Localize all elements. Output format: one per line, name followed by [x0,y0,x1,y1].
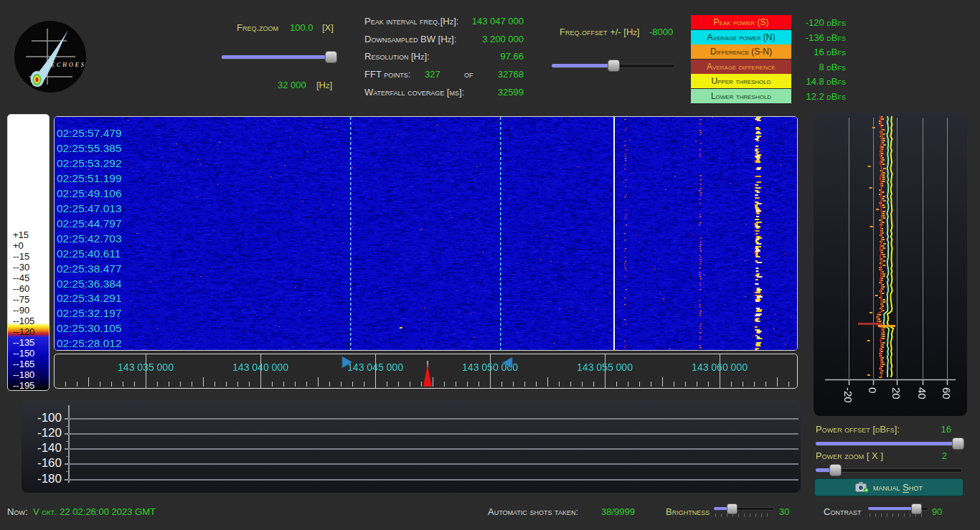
freq-tick-label: 143 055 000 [569,361,641,373]
legend-value-lower-threshold: 12.2 dBfs [796,91,846,102]
legend-button-difference-s-n[interactable]: Difference (S-N) [691,44,791,59]
power-zoom-slider-handle[interactable] [829,464,842,476]
scope-y-axis [68,405,70,483]
scope-tick [65,433,68,435]
contrast-label: Contrast [824,506,861,517]
legend-button-average-power-n[interactable]: Average power (N) [691,30,791,44]
waterfall-timestamp: 02:25:32.197 [57,308,122,319]
waterfall-panel: 02:25:57.47902:25:55.38502:25:53.29202:2… [54,116,798,351]
legend-value-upper-threshold: 14.8 dBfs [796,76,846,87]
waterfall-timestamp: 02:25:28.012 [57,338,122,349]
contrast-value: 90 [932,506,942,517]
spectrum-axis-label: 60 [941,387,953,399]
scope-minor-tick [66,456,68,457]
waterfall-timestamp: 02:25:55.385 [57,143,122,154]
freq-offset-label: Freq.offset +/- [Hz] [560,27,639,37]
power-offset-label: Power offset [dBfs]: [816,424,900,435]
legend-value-average-difference: 8 dBfs [796,62,846,72]
freq-zoom-slider[interactable] [222,51,338,62]
waterfall-timestamp: 02:25:38.477 [57,263,122,275]
stat-label: Downsampled BW [Hz]: [364,34,456,44]
interval-start-marker[interactable] [341,356,353,369]
scope-minor-tick [66,441,68,442]
db-colorbar: +15+0--15--30--45--60--75--90--105--120-… [7,114,50,391]
interval-end-marker[interactable] [501,357,513,369]
db-scale-label: --150 [13,349,34,358]
stat-label: Resolution [Hz]: [364,51,430,62]
spectrum-axis-label: 0 [867,387,879,393]
scope-axis-label: -160 [27,457,62,470]
stat-row-fft-points: FFT points:327of32768 [364,69,524,80]
scope-axis-label: -100 [27,412,62,425]
waterfall-timestamps: 02:25:57.47902:25:55.38502:25:53.29202:2… [55,117,198,350]
waterfall-timestamp: 02:25:57.479 [57,128,122,139]
echoes-app: ECHOES Freq.zoom 100.0 [X] 32 000 [Hz] P… [0,0,980,530]
freq-zoom-slider-handle[interactable] [325,51,337,63]
now-value: V окт. 22 02:26:00 2023 GMT [33,506,156,517]
scope-tick [65,418,68,420]
echoes-logo: ECHOES [14,19,86,94]
db-scale-label: +15 [13,230,29,240]
spectrum-axis-labels: -200204060 [814,113,967,416]
db-scale-label: --135 [13,338,34,347]
db-scale-label: --180 [13,370,34,379]
db-scale-label: --15 [13,252,29,261]
waterfall-timestamp: 02:25:40.611 [57,248,121,260]
waterfall-timestamp: 02:25:42.703 [57,233,122,245]
stats-panel: Peak interval freq.[Hz]:143 047 000Downs… [364,15,524,103]
brightness-slider[interactable] [714,503,774,513]
scope-gridline [68,463,798,465]
power-offset-slider-handle[interactable] [952,437,964,450]
scope-gridline [68,448,798,450]
contrast-slider-handle[interactable] [911,503,922,514]
legend-value-average-power-n: -136 dBfs [796,32,846,43]
scope-gridline [68,433,798,435]
legend-button-lower-threshold[interactable]: Lower threshold [691,89,791,103]
stat-label: FFT points: [364,69,410,80]
waterfall-timestamp: 02:25:30.105 [57,323,122,334]
scope-panel: -100-120-140-160-180 [22,400,801,493]
manual-shot-button[interactable]: manual Shot [814,478,963,496]
brightness-value: 30 [779,506,789,517]
waterfall-timestamp: 02:25:47.013 [57,203,122,214]
brightness-slider-handle[interactable] [727,503,738,514]
db-scale-label: --195 [13,381,34,390]
freq-zoom-value: 100.0 [290,22,314,33]
db-scale-label: --30 [13,262,29,272]
camera-icon [855,482,869,493]
stat-value-total: 32768 [498,69,524,80]
stat-row-waterfall-coverage-ms: Waterfall coverage [ms]:32599 [364,87,524,98]
waterfall-timestamp: 02:25:34.291 [57,293,122,304]
spectrum-axis-label: 40 [916,387,928,399]
contrast-slider[interactable] [868,503,928,513]
stat-of-label: of [464,69,473,80]
freq-tick-label: 143 040 000 [225,361,296,373]
db-scale-label: --75 [13,295,29,304]
scope-tick [65,479,68,481]
freq-tick-label: 143 050 000 [454,361,526,373]
waterfall-timestamp: 02:25:44.797 [57,218,122,229]
legend-button-average-difference[interactable]: Average difference [691,60,791,74]
waterfall-timestamp: 02:25:51.199 [57,173,122,184]
power-zoom-slider[interactable] [816,464,962,475]
db-scale-label: +0 [13,241,24,250]
stat-value: 143 047 000 [472,16,524,27]
freq-tick-label: 143 060 000 [684,361,755,373]
scope-minor-tick [66,426,68,427]
stat-row-resolution-hz: Resolution [Hz]:97.66 [364,51,524,62]
freq-zoom-span-value: 32 000 [278,80,306,90]
shots-label: Automatic shots taken: [488,506,578,517]
spectrum-axis-label: -20 [842,387,854,403]
db-scale-label: --60 [13,284,29,293]
power-offset-slider[interactable] [816,437,962,449]
stat-value: 3 200 000 [482,34,524,44]
scope-minor-tick [66,471,68,472]
legend-button-upper-threshold[interactable]: Upper threshold [691,74,791,88]
freq-tick-label: 143 035 000 [110,361,182,373]
stat-row-peak-interval-freq-hz: Peak interval freq.[Hz]:143 047 000 [364,16,524,27]
legend-button-peak-power-s[interactable]: Peak power (S) [691,15,791,29]
brightness-label: Brightness [666,506,710,517]
freq-offset-slider[interactable] [552,60,675,71]
now-label: Now: [7,506,28,517]
freq-offset-slider-handle[interactable] [608,60,620,72]
